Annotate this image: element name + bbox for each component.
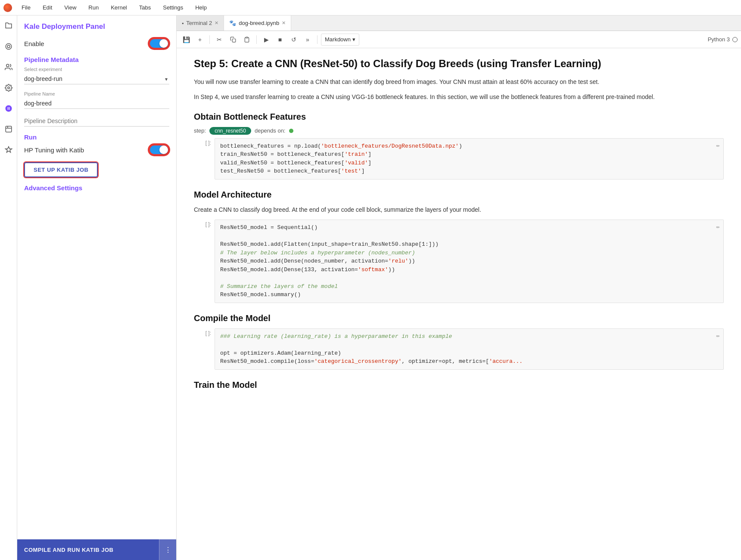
svg-point-3 bbox=[7, 87, 9, 89]
enable-label: Enable bbox=[24, 40, 44, 47]
section2-heading: Model Architecture bbox=[194, 190, 724, 200]
tab-terminal[interactable]: ▪ Terminal 2 ✕ bbox=[177, 15, 224, 31]
terminal-tab-label: Terminal 2 bbox=[186, 20, 212, 26]
svg-rect-5 bbox=[232, 39, 236, 42]
pipeline-metadata-header: Pipeline Metadata bbox=[24, 56, 169, 63]
notebook-content: Step 5: Create a CNN (ResNet-50) to Clas… bbox=[177, 48, 741, 560]
depends-label: depends on: bbox=[255, 127, 286, 134]
notebook-area: ▪ Terminal 2 ✕ 🐾 dog-breed.ipynb ✕ 💾 + ✂ bbox=[177, 15, 741, 560]
section1-heading: Obtain Bottleneck Features bbox=[194, 112, 724, 122]
cut-button[interactable]: ✂ bbox=[213, 34, 225, 46]
save-button[interactable]: 💾 bbox=[180, 34, 192, 46]
code-cell-1: [ ]: bottleneck_features = np.load('bott… bbox=[194, 138, 724, 179]
app-logo bbox=[3, 3, 12, 12]
menu-help[interactable]: Help bbox=[193, 3, 209, 12]
svg-rect-6 bbox=[246, 37, 248, 38]
hp-tuning-label: HP Tuning with Katib bbox=[24, 146, 84, 154]
step-badge: cnn_resnet50 bbox=[209, 127, 251, 135]
section4-heading: Train the Model bbox=[194, 380, 724, 390]
enable-row: Enable bbox=[24, 38, 169, 49]
sidebar-tabs-icon[interactable] bbox=[2, 122, 16, 136]
cell1-edit-icon[interactable]: ✏ bbox=[716, 141, 720, 150]
menu-view[interactable]: View bbox=[62, 3, 79, 12]
run-header: Run bbox=[24, 133, 169, 141]
svg-rect-4 bbox=[6, 126, 12, 132]
cell3-input[interactable]: ### Learning rate (learning_rate) is a h… bbox=[215, 328, 724, 370]
intro-text-1: You will now use transfer learning to cr… bbox=[194, 77, 724, 87]
kernel-info: Python 3 bbox=[708, 36, 738, 43]
sidebar-running-icon[interactable] bbox=[2, 40, 16, 53]
depends-dot-icon bbox=[289, 129, 293, 133]
pipeline-description-input[interactable] bbox=[24, 116, 169, 127]
svg-point-2 bbox=[6, 64, 9, 67]
advanced-settings-header: Advanced Settings bbox=[24, 184, 169, 192]
terminal-tab-icon: ▪ bbox=[182, 20, 184, 26]
sidebar-kale-icon[interactable] bbox=[2, 102, 16, 115]
compile-run-button[interactable]: COMPILE AND RUN KATIB JOB bbox=[17, 539, 159, 560]
section3-heading: Compile the Model bbox=[194, 313, 724, 323]
cell1-counter: [ ]: bbox=[194, 138, 211, 146]
menu-settings[interactable]: Settings bbox=[160, 3, 186, 12]
code-cell-2: [ ]: ResNet50_model = Sequential() ResNe… bbox=[194, 220, 724, 303]
cell2-edit-icon[interactable]: ✏ bbox=[716, 223, 720, 232]
menu-run[interactable]: Run bbox=[86, 3, 101, 12]
run-button[interactable]: ▶ bbox=[260, 34, 272, 46]
menu-bar: File Edit View Run Kernel Tabs Settings … bbox=[0, 0, 741, 15]
notebook-tab-close[interactable]: ✕ bbox=[282, 20, 286, 26]
restart-run-button[interactable]: » bbox=[302, 34, 314, 46]
pipeline-name-label: Pipeline Name bbox=[24, 91, 169, 96]
stop-button[interactable]: ■ bbox=[274, 34, 286, 46]
add-cell-button[interactable]: + bbox=[194, 34, 206, 46]
intro-text-2: In Step 4, we used transfer learning to … bbox=[194, 92, 724, 102]
paste-button[interactable] bbox=[241, 34, 253, 46]
pipeline-description-field bbox=[24, 116, 169, 127]
pipeline-name-field: Pipeline Name bbox=[24, 91, 169, 109]
toolbar-separator-1 bbox=[209, 35, 210, 44]
pipeline-name-input[interactable] bbox=[24, 98, 169, 109]
step-badge-row: step: cnn_resnet50 depends on: bbox=[194, 127, 724, 135]
experiment-label: Select experiment bbox=[24, 67, 169, 72]
copy-button[interactable] bbox=[227, 34, 239, 46]
kernel-label: Python 3 bbox=[708, 36, 730, 43]
menu-file[interactable]: File bbox=[19, 3, 33, 12]
enable-toggle[interactable] bbox=[149, 38, 169, 49]
sidebar-extension-icon[interactable] bbox=[2, 143, 16, 157]
kernel-status-icon bbox=[732, 37, 738, 42]
cell3-edit-icon[interactable]: ✏ bbox=[716, 331, 720, 340]
notebook-toolbar: 💾 + ✂ ▶ ■ ↺ » Markdown ▾ Python 3 bbox=[177, 31, 741, 48]
menu-tabs[interactable]: Tabs bbox=[137, 3, 153, 12]
cell3-counter: [ ]: bbox=[194, 328, 211, 336]
tab-notebook[interactable]: 🐾 dog-breed.ipynb ✕ bbox=[224, 15, 291, 31]
tabs-bar: ▪ Terminal 2 ✕ 🐾 dog-breed.ipynb ✕ bbox=[177, 15, 741, 31]
compile-menu-icon[interactable]: ⋮ bbox=[159, 539, 176, 560]
sidebar-files-icon[interactable] bbox=[2, 19, 16, 33]
code-cell-3: [ ]: ### Learning rate (learning_rate) i… bbox=[194, 328, 724, 370]
compile-dots-icon: ⋮ bbox=[165, 546, 171, 554]
toolbar-separator-2 bbox=[256, 35, 257, 44]
hp-tuning-row: HP Tuning with Katib bbox=[24, 144, 169, 155]
main-heading: Step 5: Create a CNN (ResNet-50) to Clas… bbox=[194, 57, 724, 70]
cell-type-label: Markdown bbox=[325, 36, 351, 43]
step-label: step: bbox=[194, 127, 206, 134]
experiment-select-wrapper: dog-breed-run ▾ bbox=[24, 74, 169, 84]
kale-panel: Kale Deployment Panel Enable Pipeline Me… bbox=[17, 15, 177, 560]
cell-type-arrow-icon: ▾ bbox=[352, 36, 355, 43]
sidebar-settings-icon[interactable] bbox=[2, 81, 16, 95]
setup-katib-button[interactable]: SET UP KATIB JOB bbox=[24, 162, 98, 177]
enable-toggle-knob bbox=[159, 39, 168, 48]
notebook-tab-label: dog-breed.ipynb bbox=[239, 20, 279, 26]
cell1-input[interactable]: bottleneck_features = np.load('bottlenec… bbox=[215, 138, 724, 179]
cell2-input[interactable]: ResNet50_model = Sequential() ResNet50_m… bbox=[215, 220, 724, 303]
menu-kernel[interactable]: Kernel bbox=[108, 3, 130, 12]
restart-button[interactable]: ↺ bbox=[288, 34, 300, 46]
terminal-tab-close[interactable]: ✕ bbox=[215, 20, 218, 26]
experiment-select[interactable]: dog-breed-run bbox=[24, 74, 169, 84]
cell-type-dropdown[interactable]: Markdown ▾ bbox=[321, 34, 359, 46]
sidebar-users-icon[interactable] bbox=[2, 60, 16, 74]
notebook-tab-icon: 🐾 bbox=[229, 20, 236, 26]
cell2-counter: [ ]: bbox=[194, 220, 211, 227]
hp-tuning-toggle[interactable] bbox=[149, 144, 169, 155]
svg-point-1 bbox=[6, 43, 12, 50]
experiment-field: Select experiment dog-breed-run ▾ bbox=[24, 67, 169, 84]
menu-edit[interactable]: Edit bbox=[40, 3, 55, 12]
